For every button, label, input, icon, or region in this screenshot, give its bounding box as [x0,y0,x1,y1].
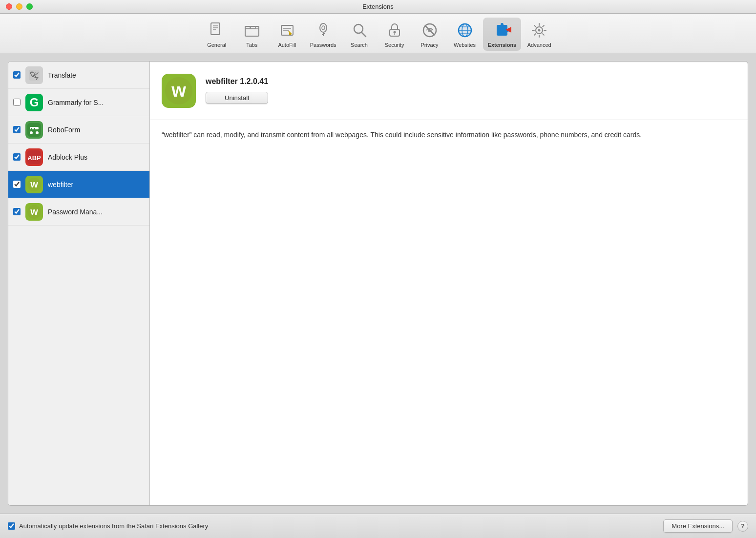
tab-advanced[interactable]: Advanced [522,18,556,51]
svg-rect-44 [27,123,41,137]
privacy-icon [420,21,440,40]
tab-extensions[interactable]: Extensions [483,18,522,51]
svg-point-48 [30,131,33,134]
sidebar-item-translate[interactable]: Translate [8,62,149,89]
passwordmgr-checkbox[interactable] [13,208,21,215]
detail-name: webfilter 1.2.0.41 [206,77,268,86]
advanced-icon [529,21,549,40]
roboform-label: RoboForm [48,126,145,134]
autofill-icon [277,21,297,40]
adblock-checkbox[interactable] [13,153,21,161]
tab-general[interactable]: General [200,18,234,51]
svg-point-11 [320,23,327,32]
tab-websites[interactable]: Websites [448,18,482,51]
bottom-left: Automatically update extensions from the… [8,522,208,530]
svg-text:w: w [30,179,38,189]
detail-description-text: “webfilter” can read, modify, and transm… [162,131,642,139]
svg-point-19 [393,31,396,34]
uninstall-button[interactable]: Uninstall [206,92,268,104]
search-icon [350,21,369,40]
toolbar: General Tabs AutoFill [0,14,756,53]
websites-label: Websites [454,42,476,48]
passwords-icon [314,21,333,40]
sidebar-item-passwordmgr[interactable]: w Password Mana... [8,198,149,226]
bottom-bar: Automatically update extensions from the… [0,514,756,538]
general-label: General [207,42,226,48]
tabs-icon [242,21,262,40]
tab-security[interactable]: Security [378,18,412,51]
detail-info: webfilter 1.2.0.41 Uninstall [206,77,268,104]
tab-autofill[interactable]: AutoFill [270,18,304,51]
webfilter-label: webfilter [48,181,145,188]
passwordmgr-label: Password Mana... [48,208,145,216]
tab-search[interactable]: Search [342,18,377,51]
title-bar: Extensions [0,0,756,14]
grammarly-label: Grammarly for S... [48,99,145,106]
minimize-button[interactable] [16,3,22,10]
roboform-checkbox[interactable] [13,126,21,133]
sidebar-item-roboform[interactable]: RoboForm [8,116,149,144]
translate-label: Translate [48,71,145,79]
sidebar-item-grammarly[interactable]: G Grammarly for S... [8,89,149,116]
grammarly-checkbox[interactable] [13,99,21,106]
window-title: Extensions [362,3,394,10]
sidebar-item-adblock[interactable]: ABP Adblock Plus [8,144,149,171]
autofill-label: AutoFill [278,42,296,48]
webfilter-checkbox[interactable] [13,181,21,188]
security-label: Security [385,42,404,48]
tab-passwords[interactable]: Passwords [305,18,341,51]
main-content: Translate G Grammarly for S... [0,53,756,514]
sidebar-item-webfilter[interactable]: w webfilter [8,171,149,198]
svg-rect-46 [31,128,32,129]
detail-top: w webfilter 1.2.0.41 Uninstall [150,62,748,120]
tabs-label: Tabs [246,42,257,48]
adblock-label: Adblock Plus [48,153,145,161]
privacy-label: Privacy [421,42,439,48]
adblock-icon: ABP [25,148,43,166]
svg-point-29 [459,24,471,37]
svg-point-12 [322,26,325,30]
passwords-label: Passwords [310,42,336,48]
svg-line-17 [361,32,366,37]
svg-point-49 [36,131,39,134]
detail-icon: w [162,74,196,108]
detail-panel: w webfilter 1.2.0.41 Uninstall “webfilte… [150,62,748,505]
svg-line-39 [543,34,544,35]
svg-rect-4 [245,26,259,36]
webfilter-icon: w [25,176,43,193]
tab-tabs[interactable]: Tabs [235,18,269,51]
svg-point-33 [538,29,541,32]
translate-icon [25,66,43,84]
svg-rect-47 [34,128,35,129]
auto-update-checkbox[interactable] [8,522,15,530]
svg-line-38 [534,25,536,27]
svg-line-40 [543,25,544,27]
detail-description: “webfilter” can read, modify, and transm… [150,120,748,150]
auto-update-label: Automatically update extensions from the… [19,522,208,530]
translate-checkbox[interactable] [13,71,21,79]
svg-text:ABP: ABP [27,154,41,162]
extensions-sidebar: Translate G Grammarly for S... [8,62,150,505]
help-button[interactable]: ? [737,521,748,532]
extensions-icon [492,21,512,40]
svg-text:w: w [171,80,186,101]
websites-icon [455,21,475,40]
svg-rect-0 [211,23,220,35]
svg-text:w: w [30,206,38,217]
tab-privacy[interactable]: Privacy [413,18,447,51]
extensions-label: Extensions [488,42,517,48]
svg-line-41 [534,34,536,35]
zoom-button[interactable] [26,3,33,10]
advanced-label: Advanced [527,42,551,48]
svg-rect-30 [497,25,507,36]
search-label: Search [351,42,368,48]
traffic-lights [6,3,33,10]
extensions-panel: Translate G Grammarly for S... [8,61,748,506]
more-extensions-button[interactable]: More Extensions... [663,519,733,533]
bottom-right: More Extensions... ? [663,519,748,533]
grammarly-icon: G [25,94,43,111]
passwordmgr-icon: w [25,203,43,221]
roboform-icon [25,121,43,139]
close-button[interactable] [6,3,12,10]
security-icon [385,21,404,40]
